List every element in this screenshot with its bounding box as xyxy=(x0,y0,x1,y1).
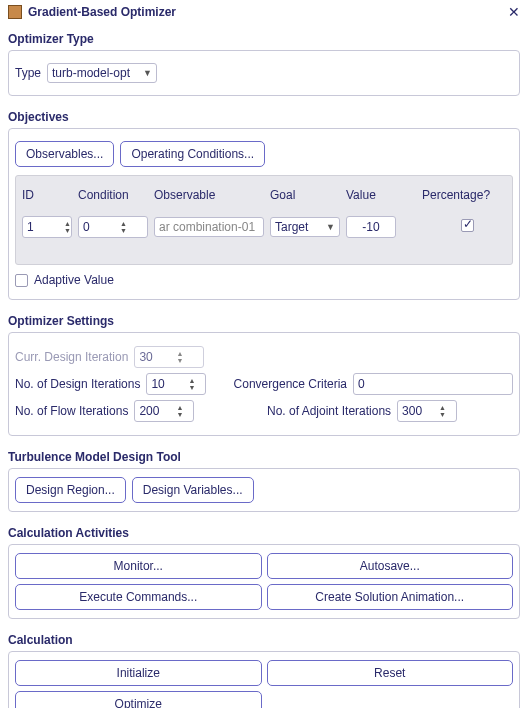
condition-stepper[interactable]: ▲▼ xyxy=(78,216,148,238)
objectives-heading: Objectives xyxy=(8,106,520,126)
col-observable: Observable xyxy=(154,188,264,202)
design-region-button[interactable]: Design Region... xyxy=(15,477,126,503)
no-adjoint-iter-stepper[interactable]: ▲▼ xyxy=(397,400,457,422)
no-adjoint-iter-label: No. of Adjoint Iterations xyxy=(267,404,391,418)
observables-button[interactable]: Observables... xyxy=(15,141,114,167)
adaptive-value-label: Adaptive Value xyxy=(34,273,114,287)
no-flow-iter-stepper[interactable]: ▲▼ xyxy=(134,400,194,422)
id-stepper[interactable]: ▲▼ xyxy=(22,216,72,238)
col-percentage: Percentage? xyxy=(422,188,512,202)
optimizer-type-heading: Optimizer Type xyxy=(8,28,520,48)
no-design-iter-label: No. of Design Iterations xyxy=(15,377,140,391)
conv-crit-label: Convergence Criteria xyxy=(234,377,347,391)
turbulence-heading: Turbulence Model Design Tool xyxy=(8,446,520,466)
objectives-table: ID Condition Observable Goal Value Perce… xyxy=(15,175,513,265)
no-adjoint-iter-input[interactable] xyxy=(398,401,436,421)
chevron-up-icon[interactable]: ▲ xyxy=(120,220,127,227)
col-value: Value xyxy=(346,188,416,202)
curr-design-iter-label: Curr. Design Iteration xyxy=(15,350,128,364)
chevron-up-icon[interactable]: ▲ xyxy=(188,377,195,384)
curr-design-iter-input[interactable] xyxy=(135,347,173,367)
table-row: ▲▼ ▲▼ ar combination-01 Target ▼ xyxy=(22,212,506,256)
window-title: Gradient-Based Optimizer xyxy=(28,5,176,19)
adaptive-value-checkbox[interactable] xyxy=(15,274,28,287)
type-value: turb-model-opt xyxy=(52,66,130,80)
col-condition: Condition xyxy=(78,188,148,202)
chevron-down-icon[interactable]: ▼ xyxy=(439,411,446,418)
id-input[interactable] xyxy=(23,217,61,237)
reset-button[interactable]: Reset xyxy=(267,660,514,686)
col-id: ID xyxy=(22,188,72,202)
no-design-iter-input[interactable] xyxy=(147,374,185,394)
turbulence-group: Design Region... Design Variables... xyxy=(8,468,520,512)
type-label: Type xyxy=(15,66,41,80)
create-animation-button[interactable]: Create Solution Animation... xyxy=(267,584,514,610)
titlebar: Gradient-Based Optimizer ✕ xyxy=(0,0,528,28)
curr-design-iter-stepper[interactable]: ▲▼ xyxy=(134,346,204,368)
goal-select[interactable]: Target ▼ xyxy=(270,217,340,237)
chevron-down-icon[interactable]: ▼ xyxy=(64,227,71,234)
observable-value: ar combination-01 xyxy=(159,220,255,234)
col-goal: Goal xyxy=(270,188,340,202)
chevron-down-icon[interactable]: ▼ xyxy=(176,357,183,364)
autosave-button[interactable]: Autosave... xyxy=(267,553,514,579)
calculation-group: Initialize Optimize Summarize Reset xyxy=(8,651,520,708)
chevron-up-icon[interactable]: ▲ xyxy=(176,404,183,411)
optimizer-settings-heading: Optimizer Settings xyxy=(8,310,520,330)
condition-input[interactable] xyxy=(79,217,117,237)
value-input[interactable] xyxy=(346,216,396,238)
chevron-down-icon: ▼ xyxy=(143,68,152,78)
chevron-down-icon[interactable]: ▼ xyxy=(176,411,183,418)
chevron-up-icon[interactable]: ▲ xyxy=(176,350,183,357)
type-select[interactable]: turb-model-opt ▼ xyxy=(47,63,157,83)
no-design-iter-stepper[interactable]: ▲▼ xyxy=(146,373,206,395)
close-icon[interactable]: ✕ xyxy=(508,4,520,20)
optimize-button[interactable]: Optimize xyxy=(15,691,262,708)
initialize-button[interactable]: Initialize xyxy=(15,660,262,686)
chevron-up-icon[interactable]: ▲ xyxy=(439,404,446,411)
goal-value: Target xyxy=(275,220,308,234)
percentage-checkbox[interactable] xyxy=(461,219,474,232)
operating-conditions-button[interactable]: Operating Conditions... xyxy=(120,141,265,167)
monitor-button[interactable]: Monitor... xyxy=(15,553,262,579)
conv-crit-input[interactable] xyxy=(353,373,513,395)
no-flow-iter-input[interactable] xyxy=(135,401,173,421)
execute-commands-button[interactable]: Execute Commands... xyxy=(15,584,262,610)
optimizer-type-group: Type turb-model-opt ▼ xyxy=(8,50,520,96)
app-icon xyxy=(8,5,22,19)
design-variables-button[interactable]: Design Variables... xyxy=(132,477,254,503)
calculation-heading: Calculation xyxy=(8,629,520,649)
observable-select[interactable]: ar combination-01 xyxy=(154,217,264,237)
calc-activities-group: Monitor... Autosave... Execute Commands.… xyxy=(8,544,520,619)
chevron-down-icon[interactable]: ▼ xyxy=(188,384,195,391)
no-flow-iter-label: No. of Flow Iterations xyxy=(15,404,128,418)
chevron-down-icon: ▼ xyxy=(326,222,335,232)
optimizer-settings-group: Curr. Design Iteration ▲▼ No. of Design … xyxy=(8,332,520,436)
calc-activities-heading: Calculation Activities xyxy=(8,522,520,542)
objectives-group: Observables... Operating Conditions... I… xyxy=(8,128,520,300)
chevron-up-icon[interactable]: ▲ xyxy=(64,220,71,227)
chevron-down-icon[interactable]: ▼ xyxy=(120,227,127,234)
